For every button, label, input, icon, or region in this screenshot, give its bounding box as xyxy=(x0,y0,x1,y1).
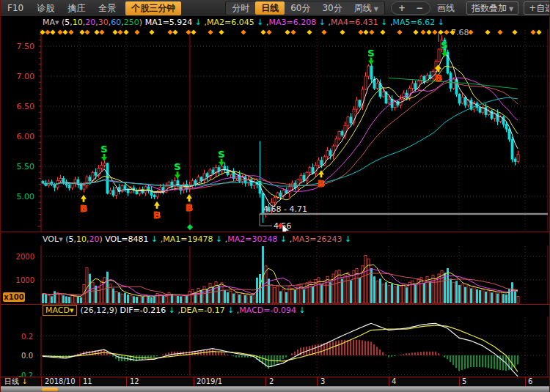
candle-body xyxy=(326,151,329,157)
macd-pane[interactable]: 0.20.0-0.2 xyxy=(1,317,550,377)
ma-values: MA▾ (5,10,20,30,60,250) MA1=5.924 ↓ ,MA2… xyxy=(43,18,444,27)
volume-pane[interactable]: 20001000x100 xyxy=(1,245,550,304)
scrollbar-thumb[interactable] xyxy=(42,388,58,391)
buy-arrow-icon xyxy=(186,194,192,201)
volume-bar xyxy=(68,297,70,303)
macd-dropdown[interactable]: MACD▾ xyxy=(43,305,77,316)
volume-bar xyxy=(403,284,405,303)
candle-body xyxy=(356,100,358,109)
signal-diamond-icon xyxy=(397,29,402,34)
dea-line xyxy=(43,325,518,372)
volume-bar xyxy=(303,289,305,303)
volume-bar xyxy=(476,289,478,303)
price-axis-label: 5.50 xyxy=(17,162,35,171)
volume-bar xyxy=(48,295,50,303)
volume-bar xyxy=(382,284,384,303)
period-indicator[interactable]: 日线 ↓ xyxy=(4,377,28,386)
volume-bar xyxy=(174,295,176,303)
price-axis-label: 5.00 xyxy=(17,192,35,201)
volume-bar xyxy=(373,276,375,303)
signal-diamond-icon xyxy=(290,29,296,34)
tab-daily[interactable]: 日线 xyxy=(255,1,285,15)
axis-month-label: 12 xyxy=(130,377,139,386)
draw-line-button[interactable]: 画线 xyxy=(430,2,461,15)
zoom-in-button[interactable]: + xyxy=(393,3,411,13)
candle-body xyxy=(341,131,343,135)
zoom-out-button[interactable]: − xyxy=(411,3,428,13)
volume-bar xyxy=(165,296,167,303)
volume-bar xyxy=(496,294,499,303)
candle-body xyxy=(496,114,499,122)
macd-values: (26,12,9) DIF=-0.216 ↓ ,DEA=-0.17 ↓ ,MAC… xyxy=(81,306,306,315)
diagnose-button[interactable]: 诊股 xyxy=(30,2,61,15)
zoom-group: + − xyxy=(391,1,430,15)
tab-weekly[interactable]: 周线▼ xyxy=(348,2,384,15)
event-diamond-icon xyxy=(187,224,193,230)
axis-separator xyxy=(194,377,194,386)
macd-axis-label: 0.0 xyxy=(21,352,33,360)
signal-diamond-icon xyxy=(172,29,177,34)
volume-bar xyxy=(326,276,329,303)
volume-bar xyxy=(432,275,434,303)
ma-line-60 xyxy=(43,97,518,186)
axis-separator xyxy=(459,377,460,386)
signal-diamond-icon xyxy=(285,29,290,34)
volume-bar xyxy=(323,281,326,303)
candle-body xyxy=(367,66,370,76)
candle-body xyxy=(423,76,425,82)
signal-diamond-icon xyxy=(134,29,139,34)
index-overlay-button[interactable]: 指数叠加▼ xyxy=(466,1,518,15)
candle-body xyxy=(121,185,123,191)
sell-marker: S xyxy=(174,161,180,172)
signal-diamond-icon xyxy=(369,29,374,34)
candle-body xyxy=(338,131,340,138)
signal-diamond-icon xyxy=(167,29,172,34)
panorama-button[interactable]: 全景 xyxy=(92,2,122,15)
candle-body xyxy=(347,117,349,125)
volume-indicator-header[interactable]: VOL▾ (5,10,20) VOL=8481 ↓ ,MA1=19478 ↓ ,… xyxy=(1,232,550,246)
volume-bar xyxy=(470,289,472,303)
volume-bar xyxy=(517,296,519,303)
volume-bar xyxy=(86,267,88,303)
tab-30min[interactable]: 30分 xyxy=(316,2,348,15)
ma-indicator-header[interactable]: MA▾ (5,10,20,30,60,250) MA1=5.924 ↓ ,MA2… xyxy=(1,16,550,29)
volume-bar xyxy=(312,286,314,303)
f10-button[interactable]: F10 xyxy=(1,3,30,13)
chevron-down-icon: ▼ xyxy=(509,6,513,12)
volume-bar xyxy=(121,294,123,303)
signal-diamond-icon xyxy=(420,29,425,34)
axis-separator xyxy=(317,377,318,386)
horizontal-scrollbar[interactable] xyxy=(1,386,550,392)
tab-minute[interactable]: 分时 xyxy=(226,2,255,15)
candle-body xyxy=(514,159,516,161)
volume-bar xyxy=(514,291,516,303)
volume-bar xyxy=(268,278,270,303)
volume-bar xyxy=(444,273,446,303)
volume-bar xyxy=(147,296,150,303)
volume-bar xyxy=(379,278,381,303)
candle-body xyxy=(153,195,155,196)
ma-line-30 xyxy=(43,83,518,189)
sell-arrow-icon xyxy=(175,171,180,179)
main-candlestick-pane[interactable]: 7.507.006.506.005.505.004.68 - 4.714.567… xyxy=(1,29,550,232)
volume-bar xyxy=(238,295,241,303)
add-watchlist-button[interactable]: +自选▼ xyxy=(524,1,550,15)
macd-indicator-header[interactable]: MACD▾(26,12,9) DIF=-0.216 ↓ ,DEA=-0.17 ↓… xyxy=(1,304,550,317)
banker-button[interactable]: 擒庄 xyxy=(61,2,92,15)
candle-body xyxy=(511,139,513,159)
signal-diamond-icon xyxy=(117,29,122,34)
volume-bar xyxy=(177,296,179,303)
signal-diamond-icon xyxy=(123,29,128,34)
volume-bar xyxy=(479,290,481,303)
stock-3min-button[interactable]: 个股三分钟 xyxy=(125,1,181,15)
volume-bar xyxy=(77,297,79,303)
volume-axis-label: 2000 xyxy=(16,253,34,261)
volume-bar xyxy=(347,273,349,303)
volume-bar xyxy=(458,285,461,303)
volume-bar xyxy=(285,292,287,303)
volume-bar xyxy=(429,281,431,303)
volume-bar xyxy=(209,283,211,303)
candle-body xyxy=(89,177,91,181)
tab-60min[interactable]: 60分 xyxy=(285,2,316,15)
dif-line xyxy=(43,323,518,376)
